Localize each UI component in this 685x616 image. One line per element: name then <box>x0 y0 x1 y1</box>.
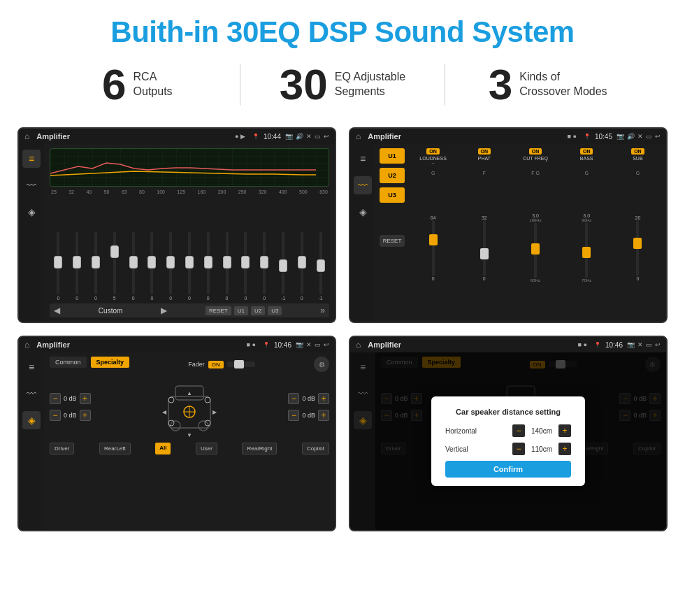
location-icon-2: 📍 <box>584 134 591 140</box>
db-plus-fl[interactable]: + <box>80 393 91 404</box>
status-bar-1: ⌂ Amplifier ● ▶ 📍 10:44 📷 🔊 ✕ ▭ ↩ <box>19 129 335 144</box>
db-val-fr: 0 dB <box>302 395 315 402</box>
u3-channel-btn[interactable]: U3 <box>380 187 405 203</box>
volume-icon-1: 🔊 <box>296 133 303 140</box>
eq-nav-bar: ◀ Custom ▶ RESET U1 U2 U3 » <box>50 303 329 317</box>
car-svg: ▲ ▼ ◀ ▶ <box>154 375 224 438</box>
screen3-title: Amplifier <box>36 341 242 349</box>
screen1-body: ≡ 〰 ◈ <box>19 144 335 322</box>
rearleft-btn-3[interactable]: RearLeft <box>99 443 131 454</box>
db-plus-fr[interactable]: + <box>318 393 329 404</box>
tab-specialty-3[interactable]: Specialty <box>91 357 130 368</box>
slider-phat: 32 0 <box>460 215 508 281</box>
screen1-title: Amplifier <box>36 132 231 141</box>
svg-text:▶: ▶ <box>212 409 217 415</box>
db-row-fl: − 0 dB + <box>50 393 91 404</box>
u1-channel-btn[interactable]: U1 <box>380 148 405 164</box>
col-phat: ON PHAT <box>460 148 508 166</box>
db-plus-rr[interactable]: + <box>318 410 329 421</box>
x-icon-1: ✕ <box>306 133 312 140</box>
svg-text:▼: ▼ <box>187 432 192 438</box>
driver-btn-3[interactable]: Driver <box>50 443 74 454</box>
screen4-title: Amplifier <box>368 341 573 349</box>
gf-5: G <box>614 171 662 176</box>
wave-icon-2[interactable]: 〰 <box>354 176 372 194</box>
screen3-time: 10:46 <box>274 341 291 349</box>
fader-on-badge[interactable]: ON <box>208 361 224 368</box>
tab-common-3[interactable]: Common <box>50 357 87 368</box>
u2-channel-btn[interactable]: U2 <box>380 168 405 183</box>
back-icon-2[interactable]: ↩ <box>655 133 661 140</box>
phat-on[interactable]: ON <box>478 148 491 155</box>
u3-button-1[interactable]: U3 <box>268 306 282 315</box>
settings-icon-3[interactable]: ⚙ <box>314 357 329 372</box>
db-plus-rl[interactable]: + <box>80 410 91 421</box>
x-icon-2: ✕ <box>637 133 643 140</box>
eq-slider-1: 0 <box>68 231 86 301</box>
confirm-button[interactable]: Confirm <box>445 461 571 478</box>
horizontal-plus-btn[interactable]: + <box>558 424 571 437</box>
horizontal-row: Horizontal − 140cm + <box>445 424 571 437</box>
screen-crossover: ⌂ Amplifier ■ ● 📍 10:45 📷 🔊 ✕ ▭ ↩ ≡ 〰 ◈ <box>349 127 668 323</box>
fader-thumb[interactable] <box>234 360 244 368</box>
u2-button-1[interactable]: U2 <box>251 306 265 315</box>
db-val-rl: 0 dB <box>64 412 77 419</box>
eq-prev-button[interactable]: ◀ <box>54 306 60 315</box>
eq-nav-buttons: RESET U1 U2 U3 <box>206 306 282 315</box>
db-val-fl: 0 dB <box>64 395 77 402</box>
stat-rca: 6 RCA Outputs <box>42 63 233 106</box>
cutfreq-on[interactable]: ON <box>529 148 542 155</box>
back-icon-4[interactable]: ↩ <box>655 341 661 348</box>
dot-icon-1: ● ▶ <box>235 133 245 140</box>
eq-slider-7: 0 <box>181 231 199 301</box>
sub-on[interactable]: ON <box>631 148 644 155</box>
status-bar-4: ⌂ Amplifier ■ ● 📍 10:46 📷 ✕ ▭ ↩ <box>350 337 666 352</box>
eq-nav-label: Custom <box>99 307 122 315</box>
back-icon-1[interactable]: ↩ <box>324 133 329 140</box>
eq-next-button[interactable]: ▶ <box>161 306 167 315</box>
location-icon-3: 📍 <box>263 342 270 348</box>
car-diagram: ▲ ▼ ◀ ▶ <box>154 375 224 438</box>
home-icon[interactable]: ⌂ <box>24 131 29 141</box>
loudness-on[interactable]: ON <box>426 148 440 155</box>
eq-icon-2[interactable]: ≡ <box>354 150 372 168</box>
eq-icon[interactable]: ≡ <box>22 150 41 168</box>
speaker-icon-2[interactable]: ◈ <box>354 203 372 221</box>
speaker-icon-3[interactable]: ◈ <box>22 411 41 429</box>
db-minus-fl[interactable]: − <box>50 393 61 404</box>
reset-button-1[interactable]: RESET <box>206 306 231 315</box>
stat-text-eq: EQ Adjustable Segments <box>335 70 405 99</box>
eq-slider-2: 0 <box>87 231 105 301</box>
home-icon-3[interactable]: ⌂ <box>24 340 29 350</box>
home-icon-4[interactable]: ⌂ <box>356 340 361 350</box>
status-bar-3: ⌂ Amplifier ■ ● 📍 10:46 📷 ✕ ▭ ↩ <box>19 337 335 352</box>
home-icon-2[interactable]: ⌂ <box>356 131 361 141</box>
horizontal-minus-btn[interactable]: − <box>512 424 525 437</box>
stat-text-rca: RCA Outputs <box>134 70 173 99</box>
wave-icon-3[interactable]: 〰 <box>22 385 41 403</box>
camera-icon-3: 📷 <box>296 341 303 348</box>
eq-slider-6: 0 <box>162 231 180 301</box>
svg-point-6 <box>205 397 210 403</box>
speaker-icon[interactable]: ◈ <box>22 203 41 221</box>
vertical-plus-btn[interactable]: + <box>558 443 571 455</box>
back-icon-3[interactable]: ↩ <box>324 341 329 348</box>
u1-button-1[interactable]: U1 <box>234 306 248 315</box>
user-btn-3[interactable]: User <box>196 443 217 454</box>
reset-button-2[interactable]: RESET <box>380 235 405 247</box>
bass-label: BASS <box>580 156 593 161</box>
on-badges-row: ON LOUDNESS ~ ON PHAT ON CUT FREQ <box>409 148 662 166</box>
copilot-btn-3[interactable]: Copilot <box>302 443 329 454</box>
db-minus-fr[interactable]: − <box>288 393 299 404</box>
wave-icon[interactable]: 〰 <box>22 176 41 194</box>
vertical-minus-btn[interactable]: − <box>512 443 525 455</box>
fader-slider-h[interactable] <box>227 361 255 367</box>
eq-expand-button[interactable]: » <box>320 306 325 315</box>
db-minus-rr[interactable]: − <box>288 410 299 421</box>
all-btn-3[interactable]: All <box>155 443 171 454</box>
db-minus-rl[interactable]: − <box>50 410 61 421</box>
rect-icon-3: ▭ <box>315 341 321 348</box>
eq-icon-3[interactable]: ≡ <box>22 358 41 376</box>
rearright-btn-3[interactable]: RearRight <box>242 443 277 454</box>
bass-on[interactable]: ON <box>580 148 593 155</box>
